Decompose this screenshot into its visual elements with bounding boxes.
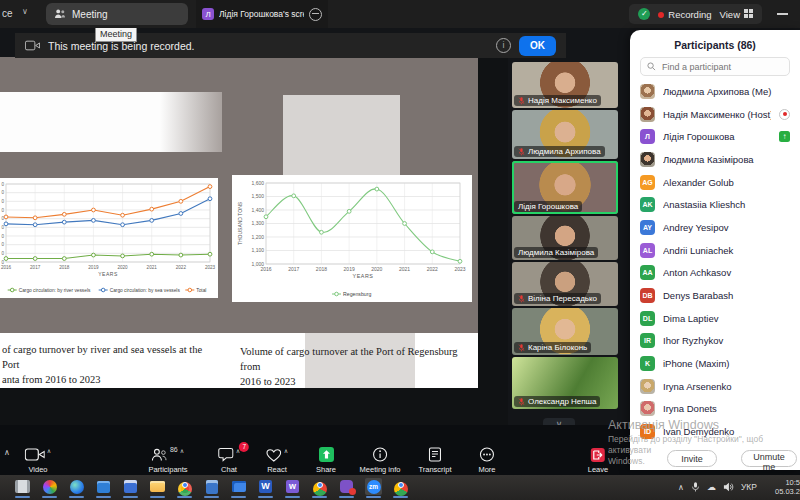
svg-text:Total: Total	[196, 288, 206, 293]
participant-row[interactable]: AL Andrii Luniachek	[630, 239, 800, 262]
chevron-down-icon[interactable]: ∨	[22, 7, 28, 16]
taskbar-icon-paint[interactable]	[122, 478, 139, 495]
right-chart-caption: Volume of cargo turnover at the Port of …	[240, 344, 468, 389]
svg-text:2020: 2020	[371, 266, 382, 272]
info-icon[interactable]: i	[496, 38, 511, 53]
tab-shared-screen-label: Лідія Горошкова's screen	[219, 9, 304, 19]
participant-row[interactable]: DB Denys Barabash	[630, 284, 800, 307]
video-tile[interactable]: Надія Максименко	[512, 62, 618, 108]
taskbar-icon-media-player[interactable]	[14, 478, 31, 495]
video-button[interactable]: ∧ Video	[25, 446, 51, 474]
taskbar-icon-photos[interactable]	[41, 478, 58, 495]
participant-row[interactable]: IR Ihor Ryzhykov	[630, 330, 800, 353]
chat-button[interactable]: 7 ∧ Chat	[218, 446, 240, 474]
audio-caret-icon[interactable]: ∧	[4, 448, 10, 457]
onedrive-icon[interactable]: ☁	[707, 482, 716, 492]
taskbar-icon-wordpress[interactable]: w	[284, 478, 301, 495]
participant-name: Andrii Luniachek	[663, 245, 790, 256]
taskbar-icon-chrome[interactable]	[176, 478, 193, 495]
meeting-info-button[interactable]: Meeting info	[360, 446, 401, 474]
svg-text:0: 0	[1, 242, 4, 247]
participant-row[interactable]: AK Anastasiia Klieshch	[630, 193, 800, 216]
language-indicator[interactable]: УКР	[741, 482, 757, 492]
search-input[interactable]	[660, 61, 783, 73]
participant-search[interactable]	[640, 57, 790, 76]
svg-text:0: 0	[1, 182, 4, 187]
view-button[interactable]: View	[720, 9, 753, 20]
participant-name: Людмила Казімірова	[663, 154, 790, 165]
meeting-tooltip: Meeting	[95, 27, 137, 42]
participants-button[interactable]: 86∧ Participants	[148, 446, 187, 474]
participant-row[interactable]: Людмила Казімірова	[630, 148, 800, 171]
participant-row[interactable]: Iryna Arsenenko	[630, 375, 800, 398]
participant-row[interactable]: AY Andrey Yesipov	[630, 216, 800, 239]
recording-indicator-icon	[779, 109, 790, 120]
participant-row[interactable]: Надія Максименко (Host)	[630, 103, 800, 126]
svg-text:2019: 2019	[88, 265, 99, 270]
participant-row[interactable]: Iryna Donets	[630, 398, 800, 421]
svg-text:1,100: 1,100	[251, 247, 264, 253]
avatar: DB	[640, 288, 655, 303]
invite-button[interactable]: Invite	[667, 450, 717, 467]
participant-row[interactable]: AA Anton Achkasov	[630, 262, 800, 285]
avatar: Л	[202, 8, 214, 20]
microphone-icon[interactable]	[691, 481, 700, 493]
taskbar-icon-edge[interactable]	[68, 478, 85, 495]
minimize-button[interactable]	[777, 13, 788, 15]
title-bar: ce ∨ Meeting Л Лідія Горошкова's screen …	[0, 0, 800, 28]
svg-text:1,300: 1,300	[251, 220, 264, 226]
tab-shared-screen[interactable]: Л Лідія Горошкова's screen	[196, 0, 328, 28]
video-tile-name: Лідія Горошкова	[514, 201, 582, 212]
tab-meeting[interactable]: Meeting	[46, 3, 188, 25]
participants-panel-title: Participants (86)	[630, 30, 800, 57]
participant-name: Iryna Arsenenko	[663, 381, 790, 392]
zoom-meeting-window: of cargo turnover by river and sea vesse…	[0, 0, 800, 500]
participant-row[interactable]: AG Alexander Golub	[630, 171, 800, 194]
svg-text:0: 0	[1, 234, 4, 239]
taskbar-icon-chrome-profile[interactable]	[311, 478, 328, 495]
taskbar-icon-store[interactable]	[95, 478, 112, 495]
share-button[interactable]: Share	[316, 446, 336, 474]
people-icon	[54, 8, 66, 20]
participants-panel: Participants (86) Людмила Архипова (Me) …	[630, 30, 800, 470]
participant-row[interactable]: ID Ivan Demydenko	[630, 420, 800, 443]
taskbar-icon-word[interactable]: W	[257, 478, 274, 495]
unmute-me-button[interactable]: Unmute me	[741, 450, 797, 467]
taskbar-icon-file-explorer[interactable]	[149, 478, 166, 495]
security-shield-icon[interactable]: ✓	[638, 8, 650, 20]
more-button[interactable]: More	[478, 446, 495, 474]
svg-text:Regensburg: Regensburg	[343, 291, 371, 297]
avatar: AG	[640, 175, 655, 190]
video-tile[interactable]: Каріна Білоконь	[512, 308, 618, 355]
participant-row[interactable]: Л Лідія Горошкова ↑	[630, 125, 800, 148]
svg-text:2023: 2023	[454, 266, 465, 272]
clock[interactable]: 10:5 05.03.2	[764, 478, 800, 496]
video-tile[interactable]: Людмила Казімірова	[512, 216, 618, 260]
ok-button[interactable]: OK	[519, 36, 556, 56]
tray-chevron-icon[interactable]: ∧	[678, 483, 684, 492]
svg-text:0: 0	[1, 190, 4, 195]
video-tile[interactable]: Людмила Архипова	[512, 110, 618, 159]
video-tile[interactable]: Віліна Пересадько	[512, 262, 618, 306]
taskbar-icon-calculator[interactable]	[203, 478, 220, 495]
collapse-screen-icon[interactable]	[309, 8, 322, 21]
participant-name: Надія Максименко (Host)	[663, 109, 771, 120]
participant-name: Ihor Ryzhykov	[663, 335, 790, 346]
transcript-button[interactable]: Transcript	[418, 446, 451, 474]
avatar: Л	[640, 129, 655, 144]
video-tile-name: Олександр Непша	[514, 396, 600, 407]
participant-row[interactable]: DL Dima Laptiev	[630, 307, 800, 330]
taskbar-icon-zoom[interactable]: zm	[365, 478, 382, 495]
taskbar-icon-chrome-active[interactable]	[392, 478, 409, 495]
participant-row[interactable]: Людмила Архипова (Me)	[630, 80, 800, 103]
video-tile[interactable]: Олександр Непша	[512, 357, 618, 409]
taskbar-icon-viber[interactable]	[338, 478, 355, 495]
react-button[interactable]: ∧ React	[266, 446, 288, 474]
speaker-icon[interactable]	[723, 482, 734, 492]
svg-text:1,600: 1,600	[251, 180, 264, 186]
video-tile[interactable]: Лідія Горошкова	[512, 161, 618, 214]
avatar	[640, 379, 655, 394]
taskbar-icon-outlook[interactable]	[230, 478, 247, 495]
leave-button[interactable]: Leave	[588, 446, 608, 474]
participant-row[interactable]: K iPhone (Maxim)	[630, 352, 800, 375]
